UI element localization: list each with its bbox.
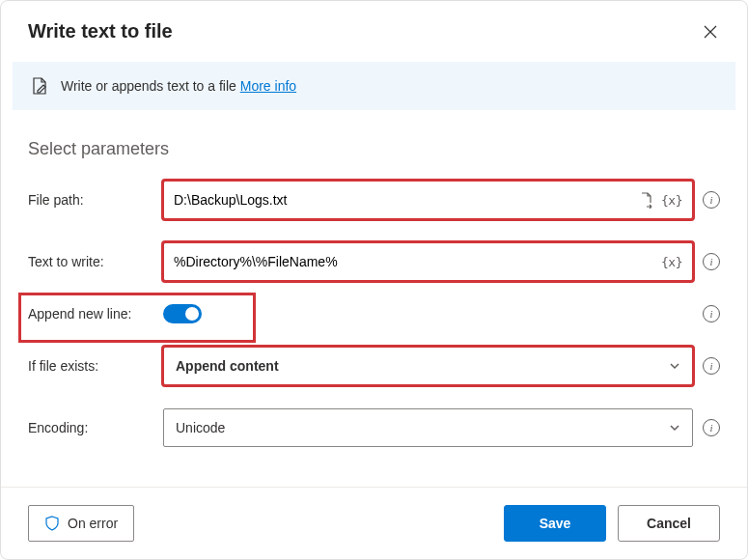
file-path-input[interactable]: [174, 192, 632, 208]
info-icon[interactable]: i: [703, 357, 720, 375]
row-append-new-line: Append new line: i: [28, 304, 720, 323]
insert-variable-button[interactable]: {x}: [661, 255, 682, 269]
row-text-to-write: Text to write: {x} i: [28, 242, 720, 281]
dialog-header: Write text to file: [1, 1, 747, 56]
section-title: Select parameters: [28, 139, 720, 159]
append-new-line-toggle[interactable]: [163, 304, 202, 323]
more-info-link[interactable]: More info: [240, 78, 296, 94]
write-text-to-file-dialog: Write text to file Write or appends text…: [0, 0, 748, 560]
info-icon[interactable]: i: [703, 253, 720, 270]
row-if-file-exists: If file exists: Append content i: [28, 347, 720, 385]
file-arrow-icon: [638, 191, 655, 209]
if-file-exists-select[interactable]: Append content: [163, 347, 693, 385]
if-file-exists-value: Append content: [176, 358, 279, 374]
cancel-button[interactable]: Cancel: [618, 505, 720, 542]
row-file-path: File path: {x} i: [28, 181, 720, 219]
select-file-button[interactable]: [638, 191, 655, 209]
close-icon: [704, 25, 717, 39]
info-icon[interactable]: i: [703, 305, 720, 322]
close-button[interactable]: [701, 22, 720, 42]
label-file-path: File path:: [28, 192, 163, 208]
encoding-select[interactable]: Unicode: [163, 408, 693, 447]
label-text-to-write: Text to write:: [28, 254, 163, 269]
chevron-down-icon: [669, 360, 680, 372]
encoding-value: Unicode: [176, 420, 225, 435]
dialog-footer: On error Save Cancel: [1, 487, 747, 559]
on-error-label: On error: [68, 516, 118, 531]
info-icon[interactable]: i: [703, 419, 720, 436]
info-banner: Write or appends text to a file More inf…: [13, 62, 735, 110]
write-file-icon: [30, 76, 49, 96]
chevron-down-icon: [669, 422, 680, 434]
label-if-file-exists: If file exists:: [28, 358, 163, 374]
label-append-new-line: Append new line:: [28, 306, 163, 322]
toggle-knob: [185, 307, 199, 321]
text-to-write-input[interactable]: [174, 254, 655, 269]
banner-text: Write or appends text to a file More inf…: [61, 78, 296, 94]
on-error-button[interactable]: On error: [28, 505, 134, 542]
file-path-input-wrap: {x}: [163, 181, 693, 219]
dialog-title: Write text to file: [28, 20, 173, 42]
info-icon[interactable]: i: [703, 191, 720, 209]
shield-icon: [44, 516, 60, 531]
save-button[interactable]: Save: [504, 505, 606, 542]
row-encoding: Encoding: Unicode i: [28, 408, 720, 447]
dialog-content: Select parameters File path: {x} i: [1, 110, 747, 487]
label-encoding: Encoding:: [28, 420, 163, 435]
insert-variable-button[interactable]: {x}: [661, 193, 682, 208]
text-to-write-input-wrap: {x}: [163, 242, 693, 281]
